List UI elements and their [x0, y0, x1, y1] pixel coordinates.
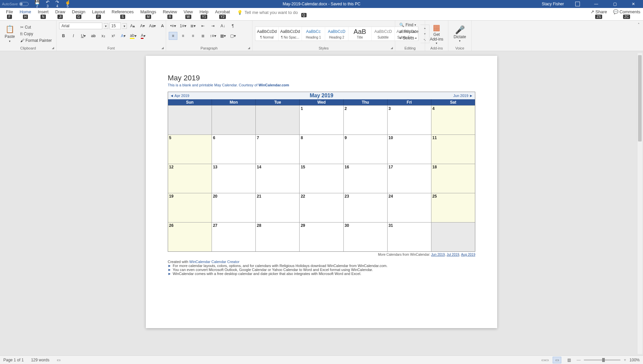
calendar-cell[interactable]: 30	[344, 222, 388, 251]
bullets-button[interactable]: •≡▾	[169, 22, 177, 30]
align-left-button[interactable]: ≡	[169, 32, 177, 40]
bold-button[interactable]: B	[59, 32, 68, 40]
tab-view[interactable]: ViewW	[180, 8, 196, 19]
dialog-launcher-icon[interactable]: ◢	[52, 46, 54, 49]
shading-button[interactable]: ▦▾	[219, 32, 227, 40]
calendar-cell[interactable]: 28	[256, 222, 300, 251]
tab-design[interactable]: DesignG	[69, 8, 89, 19]
calendar-cell[interactable]: 7	[256, 135, 300, 164]
italic-button[interactable]: I	[69, 32, 78, 40]
document-area[interactable]: May 2019 This is a blank and printable M…	[0, 51, 643, 355]
more-link[interactable]: Jun 2019	[431, 253, 445, 256]
chevron-down-icon[interactable]: ▾	[104, 23, 108, 29]
close-button[interactable]: ✕	[626, 0, 641, 8]
borders-button[interactable]: ▢▾	[229, 32, 237, 40]
change-case-button[interactable]: Aa▾	[148, 22, 157, 30]
get-addins-button[interactable]: ▦GetAdd-ins▾	[428, 23, 445, 45]
page-count[interactable]: Page 1 of 1	[3, 358, 24, 362]
tab-review[interactable]: ReviewR	[159, 8, 180, 19]
calendar-cell[interactable]: 17	[388, 164, 431, 193]
numbering-button[interactable]: 1≡▾	[179, 22, 187, 30]
calendar-cell[interactable]: 4	[431, 105, 475, 135]
shrink-font-button[interactable]: A▾	[138, 22, 147, 30]
qat-undo-button[interactable]: ↶3	[46, 0, 49, 8]
qat-save-button[interactable]: 💾2	[35, 0, 40, 8]
tab-layout[interactable]: LayoutP	[89, 8, 108, 19]
zoom-handle[interactable]	[602, 358, 605, 362]
more-link[interactable]: Jul 2019	[447, 253, 459, 256]
calendar-cell[interactable]	[168, 105, 212, 135]
zoom-level[interactable]: 100%	[629, 358, 640, 362]
text-effects-button[interactable]: A▾	[119, 32, 128, 40]
toggle-off-icon[interactable]	[19, 2, 29, 6]
calendar-cell[interactable]: 2	[344, 105, 388, 135]
style-heading-1[interactable]: AaBbCcHeading 1	[302, 27, 325, 41]
font-color-button[interactable]: A▾	[139, 32, 147, 40]
sort-button[interactable]: A↓	[219, 22, 227, 30]
calendar-cell[interactable]: 20	[212, 193, 256, 222]
calendar-cell[interactable]: 3	[388, 105, 431, 135]
underline-button[interactable]: U▾	[79, 32, 88, 40]
user-name[interactable]: Stacy Fisher	[542, 2, 564, 6]
wincalendar-link[interactable]: WinCalendar.com	[258, 83, 289, 87]
calendar-cell[interactable]: 24	[388, 193, 431, 222]
calendar-cell[interactable]: 13	[212, 164, 256, 193]
print-layout-button[interactable]: ▭	[553, 357, 561, 363]
vertical-scrollbar[interactable]	[637, 53, 642, 354]
zoom-in-button[interactable]: +	[624, 358, 626, 362]
tab-acrobat[interactable]: AcrobatY2	[212, 8, 233, 19]
align-right-button[interactable]: ≡	[189, 32, 197, 40]
calendar-cell[interactable]: 10	[388, 135, 431, 164]
dialog-launcher-icon[interactable]: ◢	[248, 46, 250, 49]
font-name-combo[interactable]: Arial	[59, 23, 102, 29]
calendar-cell[interactable]: 22	[300, 193, 343, 222]
tab-draw[interactable]: DrawJI	[52, 8, 68, 19]
calendar-cell[interactable]	[212, 105, 256, 135]
minimize-button[interactable]: —	[589, 0, 604, 8]
chevron-down-icon[interactable]: ▾	[122, 23, 127, 29]
calendar-cell[interactable]: 8	[300, 135, 343, 164]
calendar-cell[interactable]: 12	[168, 164, 212, 193]
show-marks-button[interactable]: ¶	[229, 22, 237, 30]
superscript-button[interactable]: x²	[109, 32, 118, 40]
grow-font-button[interactable]: A▴	[128, 22, 137, 30]
calendar-cell[interactable]	[256, 105, 300, 135]
maximize-button[interactable]: ▢	[607, 0, 622, 8]
prev-month-link[interactable]: ◄ Apr 2019	[170, 94, 189, 98]
paste-button[interactable]: 📋 Paste ▾	[3, 25, 17, 43]
comments-button[interactable]: 💬 CommentsZC	[613, 9, 640, 19]
word-count[interactable]: 129 words	[31, 358, 49, 362]
calendar-cell[interactable]	[431, 222, 475, 251]
style-title[interactable]: AaBTitle	[348, 27, 372, 41]
next-month-link[interactable]: Jun 2019 ►	[453, 94, 473, 98]
qat-touch-button[interactable]: ☝5	[65, 0, 70, 8]
increase-indent-button[interactable]: ⇥	[209, 22, 217, 30]
line-spacing-button[interactable]: ↕≡▾	[209, 32, 217, 40]
qat-redo-button[interactable]: ↷4	[55, 0, 59, 8]
dialog-launcher-icon[interactable]: ◢	[161, 46, 164, 49]
calendar-cell[interactable]: 25	[431, 193, 475, 222]
clear-formatting-button[interactable]: A̶	[158, 22, 167, 30]
subscript-button[interactable]: x₂	[99, 32, 108, 40]
find-button[interactable]: 🔍Find ▾	[398, 22, 417, 28]
calendar-cell[interactable]: 6	[212, 135, 256, 164]
spelling-button[interactable]: ▭	[57, 358, 60, 362]
calendar-cell[interactable]: 18	[431, 164, 475, 193]
tab-mailings[interactable]: MailingsM	[137, 8, 160, 19]
autosave-toggle[interactable]: AutoSave	[2, 2, 29, 6]
more-link[interactable]: Aug 2019	[461, 253, 475, 256]
calendar-cell[interactable]: 14	[256, 164, 300, 193]
calendar-cell[interactable]: 15	[300, 164, 343, 193]
highlight-button[interactable]: ab▾	[129, 32, 138, 40]
format-painter-button[interactable]: 🖌Format Painter	[19, 38, 53, 44]
styles-gallery[interactable]: AaBbCcDd¶ NormalAaBbCcDd¶ No Spac...AaBb…	[255, 27, 418, 41]
zoom-out-button[interactable]: —	[577, 358, 581, 362]
copy-button[interactable]: ⎘Copy	[19, 31, 53, 37]
tab-home[interactable]: HomeH	[16, 8, 35, 19]
calendar-cell[interactable]: 11	[431, 135, 475, 164]
style-heading-2[interactable]: AaBbCcDHeading 2	[325, 27, 348, 41]
calendar-cell[interactable]: 26	[168, 222, 212, 251]
read-mode-button[interactable]: ▭▭	[541, 357, 549, 363]
calendar-cell[interactable]: 31	[388, 222, 431, 251]
share-button[interactable]: ↗ ShareZS	[591, 9, 607, 19]
